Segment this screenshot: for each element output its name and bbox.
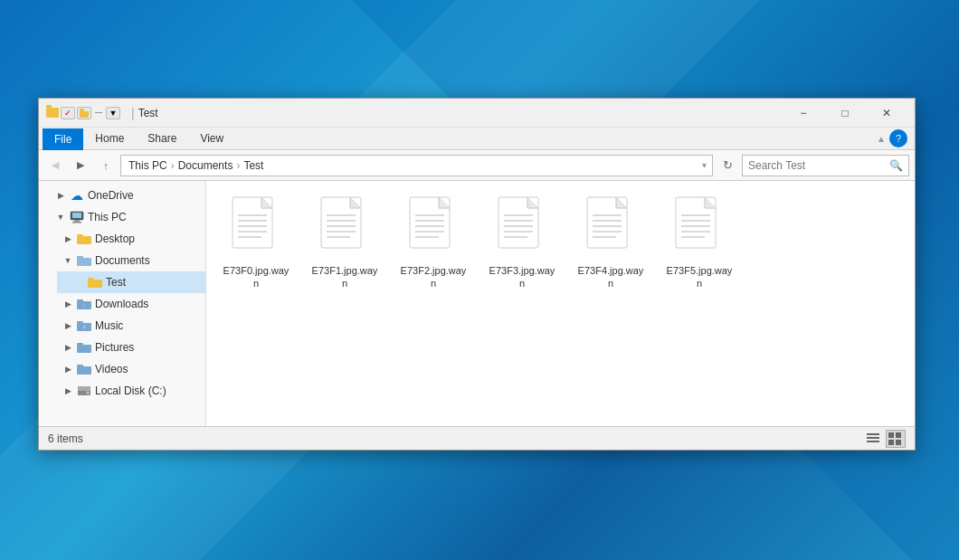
local-disk-icon [77,384,91,398]
file-name: E73F2.jpg.wayn [398,264,469,290]
sidebar-item-local-disk[interactable]: ▶ Local Disk (C:) [46,380,205,402]
sidebar-label-onedrive: OneDrive [88,189,134,202]
path-test[interactable]: Test [242,159,265,172]
list-view-button[interactable] [864,430,884,448]
svg-rect-10 [88,280,102,288]
file-item[interactable]: E73F0.jpg.wayn [215,190,297,296]
window-controls: − □ ✕ [783,99,907,128]
videos-folder-icon [77,362,91,376]
sidebar-item-music[interactable]: ▶ ♪ Music [46,315,205,337]
grid-view-button[interactable] [886,430,906,448]
address-bar: ◀ ▶ ↑ This PC › Documents › Test ▾ ↻ 🔍 [39,150,915,181]
toggle-pictures[interactable]: ▶ [62,342,73,353]
svg-rect-23 [78,386,90,391]
this-pc-icon [70,210,84,224]
sidebar-item-videos[interactable]: ▶ Videos [46,358,205,380]
window-title: Test [138,107,783,119]
file-item[interactable]: E73F4.jpg.wayn [570,190,651,296]
view-buttons [864,430,906,448]
svg-rect-9 [77,256,83,259]
downloads-folder-icon: ↓ [77,297,91,311]
sidebar-label-this-pc: This PC [88,211,127,223]
maximize-button[interactable]: □ [824,99,866,128]
music-folder-icon: ♪ [77,318,91,333]
test-folder-icon [88,275,102,289]
status-bar: 6 items [39,426,915,450]
file-explorer-window: ✓ ▼ | Test − □ ✕ File Home Share View ▲ … [38,98,916,451]
svg-point-24 [87,392,90,394]
onedrive-icon: ☁ [70,188,84,203]
sidebar-label-pictures: Pictures [95,341,134,354]
svg-rect-5 [72,222,81,223]
address-path[interactable]: This PC › Documents › Test ▾ [120,155,713,176]
svg-rect-66 [888,440,894,445]
toggle-documents[interactable]: ▼ [62,255,73,266]
toggle-onedrive[interactable]: ▶ [55,190,66,201]
toggle-local-disk[interactable]: ▶ [62,385,73,396]
title-bar-extra-btn[interactable]: ▼ [106,107,120,119]
up-button[interactable]: ↑ [95,155,117,176]
svg-rect-7 [77,234,83,237]
toggle-music[interactable]: ▶ [62,320,73,331]
svg-rect-0 [80,111,89,118]
file-icon [316,195,374,261]
sidebar-label-videos: Videos [95,363,128,375]
sidebar-item-onedrive[interactable]: ▶ ☁ OneDrive [39,185,205,206]
svg-rect-3 [72,213,81,218]
sidebar-label-local-disk: Local Disk (C:) [95,384,166,397]
toggle-desktop[interactable]: ▶ [62,233,73,244]
svg-text:↓: ↓ [83,302,86,308]
file-name: E73F4.jpg.wayn [575,264,646,290]
sidebar: ▶ ☁ OneDrive ▼ This PC [39,181,206,426]
tab-file[interactable]: File [43,128,83,150]
search-input[interactable] [748,159,889,172]
toggle-test [73,277,84,288]
svg-rect-65 [896,432,901,438]
svg-rect-63 [867,441,879,442]
file-item[interactable]: E73F5.jpg.wayn [659,190,740,296]
title-bar: ✓ ▼ | Test − □ ✕ [39,99,915,128]
path-documents[interactable]: Documents [176,159,235,172]
sidebar-item-downloads[interactable]: ▶ ↓ Downloads [46,293,205,315]
sidebar-item-this-pc[interactable]: ▼ This PC [39,206,205,228]
sidebar-item-test[interactable]: Test [57,271,205,293]
title-bar-icons: ✓ ▼ [46,107,120,119]
path-this-pc[interactable]: This PC [127,159,169,172]
sidebar-label-documents: Documents [95,254,150,267]
close-button[interactable]: ✕ [866,99,907,128]
ribbon-tabs: File Home Share View ▲ ? [39,128,915,149]
file-name: E73F0.jpg.wayn [221,264,291,290]
desktop-folder-icon [77,232,91,246]
tab-home[interactable]: Home [83,128,136,149]
svg-rect-61 [867,433,879,435]
item-count: 6 items [48,432,83,445]
toggle-videos[interactable]: ▶ [62,364,73,375]
toggle-downloads[interactable]: ▶ [62,299,73,309]
sidebar-label-test: Test [106,276,126,289]
file-name: E73F1.jpg.wayn [309,264,380,290]
file-icon [227,195,285,261]
forward-button[interactable]: ▶ [70,155,91,176]
title-bar-folder-btn[interactable] [77,107,91,119]
help-button[interactable]: ? [889,129,907,147]
search-icon[interactable]: 🔍 [889,159,903,172]
file-icon [404,195,462,261]
file-item[interactable]: E73F2.jpg.wayn [393,190,474,296]
sidebar-item-pictures[interactable]: ▶ Pictures [46,337,205,358]
svg-rect-67 [896,440,901,445]
toggle-this-pc[interactable]: ▼ [55,212,66,223]
tab-view[interactable]: View [188,128,235,149]
sidebar-item-desktop[interactable]: ▶ Desktop [46,228,205,250]
svg-rect-4 [74,220,80,222]
path-dropdown-icon[interactable]: ▾ [702,160,707,170]
minimize-button[interactable]: − [783,99,824,128]
ribbon-collapse-btn[interactable]: ▲ [877,134,886,144]
tab-share[interactable]: Share [136,128,188,149]
back-button[interactable]: ◀ [44,155,66,176]
sidebar-item-documents[interactable]: ▼ Documents [46,250,205,271]
refresh-button[interactable]: ↻ [717,155,738,176]
quick-access-pin-btn[interactable]: ✓ [61,107,75,119]
file-item[interactable]: E73F3.jpg.wayn [481,190,563,296]
svg-rect-18 [77,345,91,353]
file-item[interactable]: E73F1.jpg.wayn [304,190,385,296]
